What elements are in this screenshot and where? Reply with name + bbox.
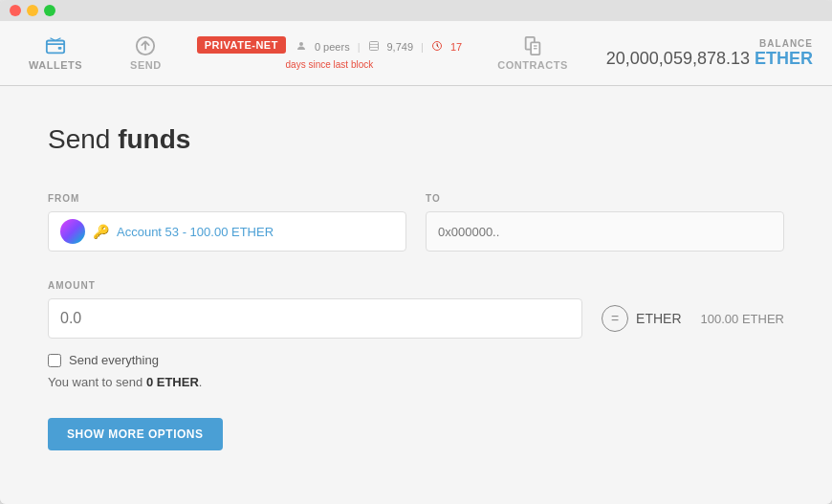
maximize-button[interactable] [44, 5, 55, 16]
to-input[interactable] [426, 211, 784, 252]
svg-point-3 [299, 42, 303, 46]
balance-amount: 20,000,059,878.13 ETHER [606, 49, 813, 69]
show-more-options-button[interactable]: SHOW MORE OPTIONS [48, 418, 223, 450]
balance-currency: ETHER [755, 49, 813, 68]
account-avatar [60, 219, 85, 244]
nav-wallets[interactable]: WALLETS [19, 31, 92, 76]
send-label: SEND [130, 59, 162, 71]
key-icon: 🔑 [93, 224, 109, 239]
balance-number: 20,000,059,878.13 [606, 49, 750, 68]
nav-contracts[interactable]: CONTRACTS [488, 31, 578, 76]
title-bold: funds [118, 124, 190, 154]
blocks-count: 9,749 [387, 41, 414, 53]
summary-suffix: . [199, 375, 203, 389]
title-bar [0, 0, 832, 21]
summary-amount: 0 ETHER [146, 375, 199, 389]
peers-icon [296, 40, 307, 54]
nav-send[interactable]: SEND [120, 31, 171, 76]
from-field[interactable]: 🔑 Account 53 - 100.00 ETHER [48, 211, 406, 252]
minimize-button[interactable] [27, 5, 38, 16]
network-stats: 0 peers | 9,749 | 17 [296, 40, 462, 54]
days-count: 17 [450, 41, 462, 53]
network-badge: PRIVATE-NET [197, 36, 286, 54]
nav-center: PRIVATE-NET 0 peers | 9,749 | [171, 36, 489, 70]
amount-section: AMOUNT = ETHER 100.00 ETHER [48, 280, 784, 339]
title-plain: Send [48, 124, 110, 154]
currency-display: = ETHER [602, 305, 681, 332]
peers-count: 0 peers [315, 41, 350, 53]
wallets-label: WALLETS [29, 59, 82, 71]
svg-rect-1 [58, 47, 62, 50]
contracts-label: CONTRACTS [497, 59, 568, 71]
main-content: Send funds FROM 🔑 Account 53 - 100.00 ET… [0, 86, 832, 504]
account-name: Account 53 - 100.00 ETHER [117, 225, 274, 239]
send-everything-checkbox[interactable] [48, 354, 61, 367]
from-group: FROM 🔑 Account 53 - 100.00 ETHER [48, 193, 406, 252]
days-warning: days since last block [286, 59, 374, 70]
currency-name: ETHER [636, 311, 681, 326]
clock-icon [431, 40, 443, 54]
summary-prefix: You want to send [48, 375, 146, 389]
from-to-row: FROM 🔑 Account 53 - 100.00 ETHER TO [48, 193, 784, 252]
amount-input[interactable] [48, 298, 582, 339]
page-title: Send funds [48, 124, 784, 155]
amount-label: AMOUNT [48, 280, 784, 291]
send-summary: You want to send 0 ETHER. [48, 375, 784, 389]
send-everything-label: Send everything [69, 353, 159, 367]
to-group: TO [426, 193, 784, 252]
balance-section: BALANCE 20,000,059,878.13 ETHER [606, 38, 813, 69]
ether-icon: = [602, 305, 628, 332]
traffic-lights [10, 5, 55, 16]
to-label: TO [426, 193, 784, 204]
close-button[interactable] [10, 5, 21, 16]
nav-left: WALLETS SEND [19, 31, 171, 76]
blocks-icon [368, 40, 380, 54]
svg-rect-4 [369, 42, 378, 51]
send-everything-row: Send everything [48, 353, 784, 367]
navbar: WALLETS SEND PRIVATE-NET [0, 21, 832, 86]
balance-label: BALANCE [606, 38, 813, 49]
from-label: FROM [48, 193, 406, 204]
amount-input-wrap [48, 298, 582, 339]
app-window: WALLETS SEND PRIVATE-NET [0, 0, 832, 504]
max-amount: 100.00 ETHER [701, 312, 784, 326]
amount-row: = ETHER 100.00 ETHER [48, 298, 784, 339]
svg-rect-0 [47, 41, 64, 54]
